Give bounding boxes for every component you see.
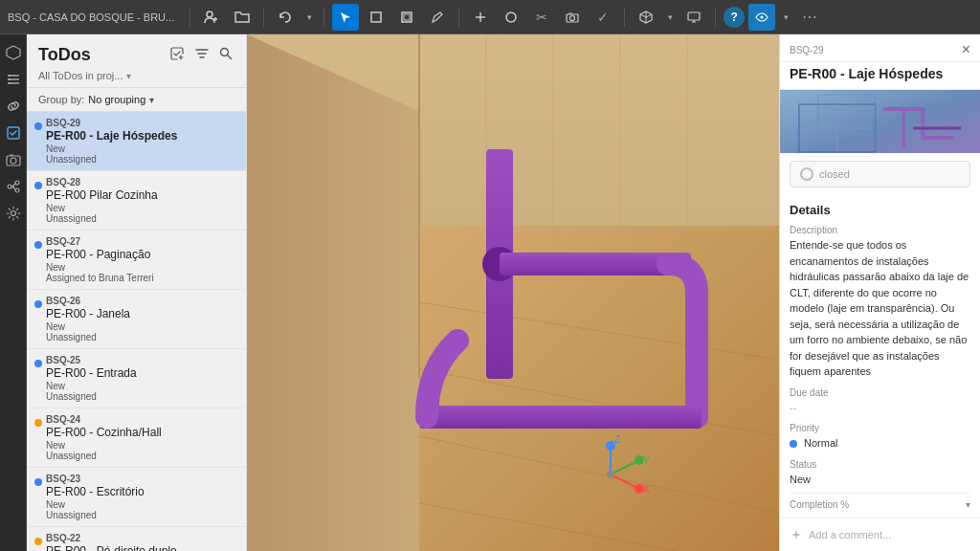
- sidebar-header: ToDos: [27, 34, 246, 88]
- camera-button[interactable]: [559, 4, 586, 31]
- svg-point-15: [8, 185, 11, 188]
- eye-icon: [755, 12, 768, 22]
- due-date-label: Due date: [790, 387, 970, 398]
- todo-item-id: BSQ-26: [46, 296, 236, 306]
- todo-item-assignee: Unassigned: [46, 510, 236, 520]
- select-icon: [339, 11, 352, 24]
- layers-icon-btn[interactable]: [3, 69, 24, 90]
- completion-divider: [790, 493, 970, 494]
- todo-item-id: BSQ-27: [46, 236, 236, 247]
- main-layout: ToDos: [0, 34, 980, 551]
- todo-item-name: PE-R00 - Janela: [46, 307, 236, 320]
- more-button[interactable]: ⋯: [796, 4, 823, 31]
- undo-button[interactable]: [272, 4, 299, 31]
- svg-point-8: [761, 15, 764, 18]
- detail-id: BSQ-29: [790, 45, 824, 55]
- svg-point-21: [221, 49, 229, 56]
- groupby-label: Group by:: [38, 94, 84, 105]
- todo-item-name: PE-R00 - Cozinha/Hall: [46, 426, 236, 439]
- view-button[interactable]: [748, 4, 775, 31]
- svg-rect-11: [9, 82, 11, 84]
- undo-menu-button[interactable]: ▾: [302, 4, 316, 31]
- svg-point-6: [570, 15, 575, 20]
- todo-item-assignee: Unassigned: [46, 391, 236, 402]
- sidebar-title-actions: [167, 44, 234, 66]
- toolbar: BSQ - CASA DO BOSQUE - BRU... ▾: [0, 0, 980, 34]
- filter-button[interactable]: [192, 44, 212, 66]
- todo-dot: [34, 538, 42, 545]
- svg-rect-48: [780, 90, 980, 153]
- todos-icon-btn[interactable]: [3, 122, 24, 143]
- todo-item-bsq-23[interactable]: BSQ-23 PE-R00 - Escritório New Unassigne…: [27, 468, 246, 527]
- details-section: Details Description Entende-se que todos…: [780, 195, 980, 518]
- screen-button[interactable]: [680, 4, 707, 31]
- svg-point-44: [607, 471, 614, 478]
- groupby-row[interactable]: Group by: No grouping ▾: [27, 88, 246, 112]
- transform-button[interactable]: [393, 4, 420, 31]
- todo-item-bsq-22[interactable]: BSQ-22 PE-R00 - Pé-direito duplo New Una…: [27, 527, 246, 551]
- viewport[interactable]: X Y Z: [247, 34, 779, 551]
- comment-row: ＋ Add a comment...: [780, 518, 980, 551]
- line-button[interactable]: [467, 4, 494, 31]
- svg-rect-37: [419, 406, 702, 429]
- todo-item-bsq-28[interactable]: BSQ-28 PE-R00 Pilar Cozinha New Unassign…: [27, 171, 246, 231]
- check-button[interactable]: ✓: [590, 4, 616, 31]
- node-icon-btn[interactable]: [3, 176, 24, 197]
- links-icon: [6, 99, 21, 114]
- search-button[interactable]: [217, 45, 234, 65]
- camera2-icon-btn[interactable]: [3, 149, 24, 170]
- toolbar-divider-5: [624, 8, 625, 27]
- model-icon: [6, 45, 21, 60]
- details-heading: Details: [790, 203, 970, 217]
- view-menu-button[interactable]: ▾: [779, 4, 792, 31]
- todo-item-name: PE-R00 - Laje Hóspedes: [46, 129, 236, 143]
- select-button[interactable]: [332, 4, 359, 31]
- cube-button[interactable]: [633, 4, 659, 31]
- comment-placeholder[interactable]: Add a comment...: [809, 529, 891, 540]
- add-user-button[interactable]: [198, 4, 225, 31]
- todo-item-bsq-25[interactable]: BSQ-25 PE-R00 - Entrada New Unassigned: [27, 349, 246, 408]
- transform-icon: [400, 11, 413, 24]
- model-icon-btn[interactable]: [3, 42, 24, 63]
- todo-dot: [34, 122, 42, 130]
- todo-item-bsq-29[interactable]: BSQ-29 PE-R00 - Laje Hóspedes New Unassi…: [27, 112, 246, 171]
- circle-button[interactable]: [498, 4, 524, 31]
- toolbar-divider-4: [458, 8, 459, 27]
- cut-button[interactable]: ✂: [528, 4, 555, 31]
- settings-icon-btn[interactable]: [3, 203, 24, 224]
- todos-icon: [6, 125, 21, 141]
- todo-item-name: PE-R00 Pilar Cozinha: [46, 188, 236, 202]
- edit-button[interactable]: [424, 4, 451, 31]
- completion-row[interactable]: Completion % ▾: [790, 499, 970, 510]
- rect-button[interactable]: [363, 4, 390, 31]
- todo-item-status: New: [46, 381, 236, 391]
- folder-button[interactable]: [229, 4, 256, 31]
- todo-item-bsq-26[interactable]: BSQ-26 PE-R00 - Janela New Unassigned: [27, 290, 246, 349]
- todo-item-name: PE-R00 - Pé-direito duplo: [46, 544, 236, 551]
- todo-item-assignee: Assigned to Bruna Terreri: [46, 273, 236, 283]
- due-date-value: --: [790, 400, 970, 416]
- todo-item-bsq-27[interactable]: BSQ-27 PE-R00 - Paginação New Assigned t…: [27, 231, 246, 290]
- links-icon-btn[interactable]: [3, 96, 24, 117]
- add-todo-button[interactable]: [167, 44, 187, 66]
- cube-menu-button[interactable]: ▾: [663, 4, 677, 31]
- priority-label: Priority: [790, 423, 970, 433]
- right-panel: BSQ-29 × PE-R00 - Laje Hóspedes: [779, 34, 980, 551]
- sidebar-title-row: ToDos: [38, 44, 234, 66]
- svg-rect-9: [9, 75, 11, 77]
- mark-closed-button[interactable]: closed: [790, 161, 970, 187]
- todo-item-bsq-24[interactable]: BSQ-24 PE-R00 - Cozinha/Hall New Unassig…: [27, 408, 246, 468]
- svg-point-0: [207, 11, 212, 17]
- todo-item-assignee: Unassigned: [46, 154, 236, 165]
- sidebar: ToDos: [27, 34, 247, 551]
- groupby-value[interactable]: No grouping: [88, 94, 145, 105]
- help-button[interactable]: ?: [724, 7, 745, 28]
- toolbar-title: BSQ - CASA DO BOSQUE - BRU...: [8, 11, 174, 23]
- todo-item-name: PE-R00 - Escritório: [46, 485, 236, 498]
- thumbnail-canvas: [780, 90, 980, 153]
- close-panel-button[interactable]: ×: [962, 42, 970, 57]
- priority-dot: [790, 440, 797, 448]
- toolbar-divider-3: [323, 8, 324, 27]
- svg-point-16: [15, 181, 19, 185]
- priority-value: Normal: [790, 435, 970, 452]
